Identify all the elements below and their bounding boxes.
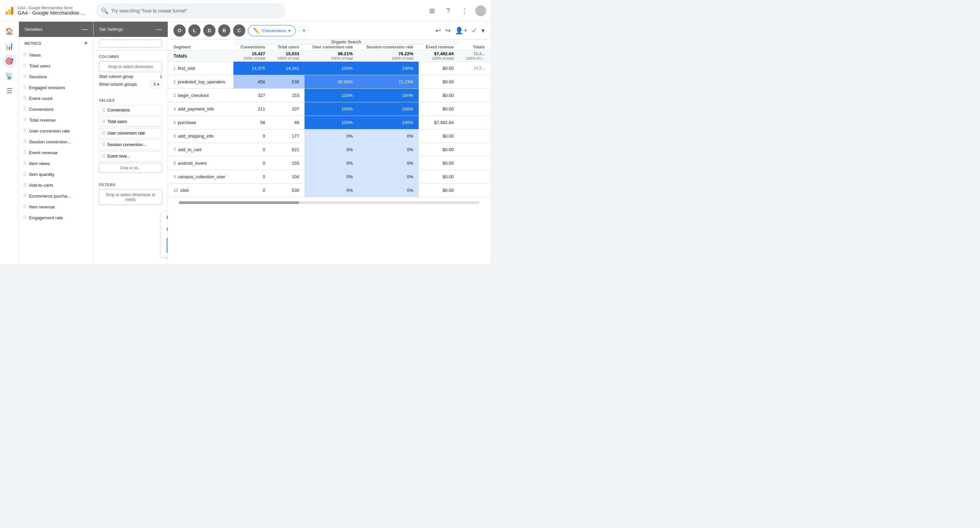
- row-session-conv-rate: 0%: [358, 129, 419, 143]
- row-totals: [459, 170, 490, 183]
- value-item-conversions[interactable]: ⠿ Conversions: [99, 105, 162, 115]
- row-conversions: 211: [234, 102, 270, 116]
- metric-item[interactable]: ⠿Views: [19, 49, 93, 60]
- active-tab-chip[interactable]: ✏️ Conversions ▾: [248, 25, 296, 36]
- variables-panel-header: Variables —: [19, 22, 93, 37]
- drop-dimension-zone[interactable]: Drop or select dimension: [99, 61, 162, 72]
- add-metric-icon[interactable]: +: [84, 40, 88, 47]
- metric-item[interactable]: ⠿Ecommerce purcha...: [19, 190, 93, 201]
- metric-item[interactable]: ⠿Total users: [19, 60, 93, 71]
- show-column-groups-select[interactable]: 5 ▾: [150, 80, 162, 88]
- metric-item[interactable]: ⠿Engagement rate: [19, 212, 93, 223]
- row-total-users: 104: [270, 170, 305, 183]
- value-event-rev: Event reve...: [107, 154, 130, 159]
- segment-c[interactable]: C: [233, 24, 245, 37]
- row-session-conv-rate: 0%: [358, 170, 419, 183]
- nav-advertising-icon[interactable]: 📡: [3, 69, 16, 83]
- row-conversions: 456: [234, 75, 270, 88]
- table-row: 2 predicted_top_spenders 456 530 80.98% …: [168, 75, 490, 88]
- value-item-event-rev[interactable]: ⠿ Event reve...: [99, 151, 162, 161]
- metric-item[interactable]: ⠿User conversion rate: [19, 125, 93, 136]
- row-event-name: 5 purchase: [168, 116, 234, 129]
- value-item-session-conv[interactable]: ⠿ Session conversion...: [99, 140, 162, 150]
- scrollbar-thumb[interactable]: [179, 201, 299, 204]
- drag-icon: ⠿: [102, 153, 105, 159]
- drag-icon: ⠿: [23, 171, 26, 177]
- redo-icon[interactable]: ↪: [445, 26, 451, 35]
- row-event-revenue: $0.00: [419, 88, 459, 102]
- row-event-name: 9 campus_collection_user: [168, 170, 234, 183]
- metric-item[interactable]: ⠿Session conversion...: [19, 136, 93, 147]
- scrollbar-track[interactable]: [179, 201, 479, 204]
- data-table-wrapper[interactable]: Segment Organic Search Totals Conversion…: [168, 40, 490, 264]
- tab-settings-title: Tab Settings: [99, 27, 123, 32]
- cell-type-button[interactable]: Cell type: [167, 238, 168, 253]
- drag-icon: ⠿: [23, 74, 26, 79]
- metric-item[interactable]: ⠿Event count: [19, 93, 93, 104]
- drag-icon: ⠿: [23, 128, 26, 134]
- row-session-conv-rate: 0%: [358, 143, 419, 156]
- nav-explore-icon[interactable]: 🎯: [3, 54, 16, 68]
- toolbar-right: ↩ ↪ 👤+ ✓ ▾: [435, 26, 485, 35]
- check-circle-icon[interactable]: ✓: [471, 26, 477, 35]
- variables-minimize-icon[interactable]: —: [82, 26, 88, 33]
- totals-row: Totals 15,427100% of total 15,033100% of…: [168, 50, 490, 61]
- metric-item[interactable]: ⠿Conversions: [19, 104, 93, 115]
- drop-filter-zone[interactable]: Drop or select dimension or metric: [99, 190, 162, 205]
- grid-icon[interactable]: ⊞: [426, 5, 438, 16]
- drag-icon: ⠿: [102, 119, 105, 124]
- share-chevron-icon[interactable]: ▾: [481, 26, 485, 35]
- help-icon[interactable]: ?: [443, 5, 453, 16]
- value-item-total-users[interactable]: ⠿ Total users: [99, 116, 162, 127]
- avatar[interactable]: [475, 5, 486, 16]
- drop-values-zone[interactable]: Drop or se...: [99, 163, 162, 173]
- row-event-name: 4 add_payment_info: [168, 102, 234, 116]
- metric-item[interactable]: ⠿Item quantity: [19, 169, 93, 180]
- svg-rect-0: [6, 11, 8, 14]
- row-conversions: 58: [234, 116, 270, 129]
- bar-chart-option[interactable]: Bar chart: [161, 212, 168, 223]
- segment-d[interactable]: D: [203, 24, 215, 37]
- show-column-groups-row: Show column groups 5 ▾: [99, 80, 162, 88]
- metric-label: Engagement rate: [29, 215, 63, 220]
- metric-item[interactable]: ⠿Add-to-carts: [19, 180, 93, 190]
- drag-icon: ⠿: [23, 150, 26, 155]
- row-user-conv-rate: 80.98%: [304, 75, 358, 88]
- row-conversions: 0: [234, 170, 270, 183]
- row-totals: [459, 75, 490, 88]
- row-total-users: 14,341: [270, 61, 305, 75]
- drag-icon: ⠿: [23, 182, 26, 188]
- row-total-users: 530: [270, 75, 305, 88]
- tab-settings-minimize-icon[interactable]: —: [156, 26, 162, 33]
- plain-text-option[interactable]: Plain text: [161, 223, 168, 235]
- nav-reports-icon[interactable]: 📊: [3, 39, 16, 53]
- metric-item[interactable]: ⠿Item views: [19, 158, 93, 169]
- value-item-user-conv-rate[interactable]: ⠿ User conversion rate: [99, 128, 162, 138]
- main-content: O L D B C ✏️ Conversions ▾ + ↩ ↪ 👤+ ✓ ▾: [168, 22, 490, 264]
- metric-item[interactable]: ⠿Item revenue: [19, 201, 93, 212]
- row-user-conv-rate: 100%: [304, 88, 358, 102]
- row-event-name: 7 add_to_cart: [168, 143, 234, 156]
- segment-b[interactable]: B: [218, 24, 230, 37]
- more-vert-icon[interactable]: ⋮: [459, 5, 470, 16]
- segment-l[interactable]: L: [188, 24, 200, 37]
- undo-icon[interactable]: ↩: [435, 26, 441, 35]
- metric-label: Total revenue: [29, 118, 56, 123]
- metric-label: Event revenue: [29, 150, 57, 155]
- filters-section: FILTERS Drop or select dimension or metr…: [94, 179, 168, 211]
- totals-event-rev: $7,492.64100% of total: [419, 50, 459, 61]
- totals-col-header: Totals: [459, 40, 490, 50]
- metric-item[interactable]: ⠿Event revenue: [19, 147, 93, 158]
- metric-item[interactable]: ⠿Sessions: [19, 71, 93, 82]
- search-bar[interactable]: 🔍 Try searching "how to create funnel": [95, 3, 285, 18]
- metric-item[interactable]: ⠿Engaged sessions: [19, 82, 93, 93]
- drag-icon: ⠿: [23, 52, 26, 57]
- nav-list-icon[interactable]: ☰: [3, 84, 16, 97]
- nav-home-icon[interactable]: 🏠: [3, 24, 16, 38]
- add-user-icon[interactable]: 👤+: [455, 26, 468, 35]
- row-totals: [459, 129, 490, 143]
- metric-item[interactable]: ⠿Total revenue: [19, 115, 93, 125]
- add-tab-button[interactable]: +: [298, 25, 309, 36]
- segment-o[interactable]: O: [173, 24, 186, 37]
- row-event-revenue: $0.00: [419, 143, 459, 156]
